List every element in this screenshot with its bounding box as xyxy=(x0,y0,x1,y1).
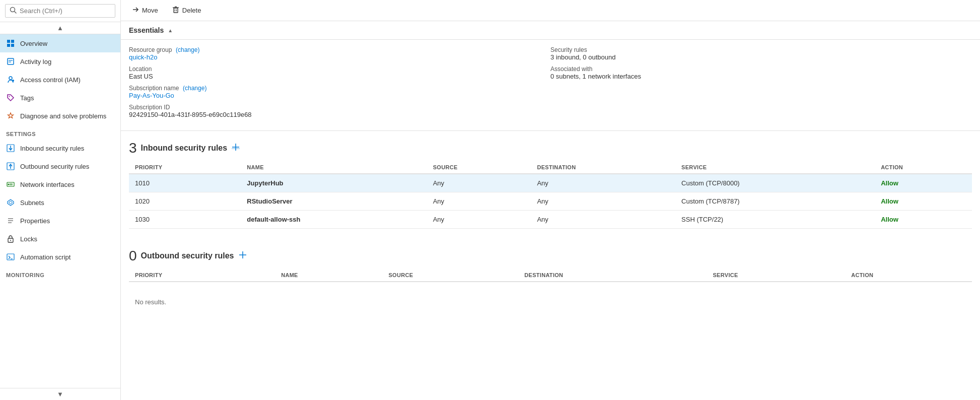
table-row[interactable]: 1010 JupyterHub Any Any Custom (TCP/8000… xyxy=(129,174,972,192)
resource-group-label: Resource group xyxy=(129,46,172,53)
search-wrapper xyxy=(5,4,115,18)
inbound-col-source: SOURCE xyxy=(427,161,531,174)
sidebar: ▲ Overview Act xyxy=(0,0,121,400)
svg-rect-31 xyxy=(174,8,178,13)
move-button[interactable]: Move xyxy=(129,4,161,17)
resource-group-row: Resource group (change) quick-h2o xyxy=(129,46,550,61)
service-cell: Custom (TCP/8000) xyxy=(675,174,875,192)
table-row[interactable]: 1030 default-allow-ssh Any Any SSH (TCP/… xyxy=(129,211,972,229)
svg-rect-3 xyxy=(11,40,14,43)
sidebar-item-diagnose[interactable]: Diagnose and solve problems xyxy=(0,107,120,125)
sidebar-item-locks[interactable]: Locks xyxy=(0,230,120,248)
outbound-table: PRIORITY NAME SOURCE DESTINATION SERVICE… xyxy=(129,269,972,282)
properties-icon xyxy=(6,216,15,225)
svg-rect-2 xyxy=(7,40,10,43)
resource-group-value[interactable]: quick-h2o xyxy=(129,53,157,61)
sidebar-item-tags[interactable]: Tags xyxy=(0,89,120,107)
search-input[interactable] xyxy=(20,7,111,15)
outbound-count: 0 xyxy=(129,249,137,263)
sidebar-item-outbound[interactable]: Outbound security rules xyxy=(0,157,120,175)
outbound-table-header: PRIORITY NAME SOURCE DESTINATION SERVICE… xyxy=(129,269,972,282)
svg-point-27 xyxy=(10,240,11,241)
sidebar-nav: Overview Activity log Acce xyxy=(0,34,120,388)
locks-icon xyxy=(6,234,15,243)
table-row[interactable]: 1020 RStudioServer Any Any Custom (TCP/8… xyxy=(129,192,972,211)
subscription-name-row: Subscription name (change) Pay-As-You-Go xyxy=(129,84,550,99)
resource-group-change-link[interactable]: (change) xyxy=(176,46,199,53)
delete-label: Delete xyxy=(182,7,201,14)
delete-button[interactable]: Delete xyxy=(169,4,204,17)
sidebar-item-inbound[interactable]: Inbound security rules xyxy=(0,139,120,157)
sidebar-item-overview[interactable]: Overview xyxy=(0,34,120,52)
sidebar-inbound-label: Inbound security rules xyxy=(20,145,84,152)
chevron-down-icon: ▼ xyxy=(57,390,63,398)
search-bar xyxy=(0,0,120,22)
associated-with-label: Associated with xyxy=(550,65,592,73)
outbound-col-name: NAME xyxy=(275,269,382,282)
inbound-add-icon[interactable] xyxy=(231,143,240,154)
sidebar-automation-label: Automation script xyxy=(20,253,71,261)
activity-log-icon xyxy=(6,57,15,66)
subscription-name-label: Subscription name xyxy=(129,85,179,92)
action-cell: Allow xyxy=(875,192,972,211)
sidebar-diagnose-label: Diagnose and solve problems xyxy=(20,112,106,120)
action-cell: Allow xyxy=(875,174,972,192)
name-cell: JupyterHub xyxy=(241,174,427,192)
subscription-name-change-link[interactable]: (change) xyxy=(183,85,206,92)
scroll-up-arrow[interactable]: ▲ xyxy=(0,22,120,34)
sidebar-tags-label: Tags xyxy=(20,94,34,102)
inbound-count: 3 xyxy=(129,141,137,155)
essentials-col-left: Resource group (change) quick-h2o Locati… xyxy=(129,46,550,122)
essentials-body: Resource group (change) quick-h2o Locati… xyxy=(121,40,980,131)
location-row: Location East US xyxy=(129,65,550,80)
sidebar-subnets-label: Subnets xyxy=(20,199,44,207)
sidebar-item-properties[interactable]: Properties xyxy=(0,212,120,230)
sidebar-overview-label: Overview xyxy=(20,40,47,47)
subscription-id-row: Subscription ID 92429150-401a-431f-8955-… xyxy=(129,103,550,118)
sidebar-item-activity-log[interactable]: Activity log xyxy=(0,52,120,71)
svg-rect-38 xyxy=(232,148,240,149)
source-cell: Any xyxy=(427,192,531,211)
inbound-icon xyxy=(6,144,15,153)
destination-cell: Any xyxy=(531,174,675,192)
sidebar-item-access-control[interactable]: Access control (IAM) xyxy=(0,71,120,89)
toolbar: Move Delete xyxy=(121,0,980,21)
destination-cell: Any xyxy=(531,192,675,211)
sidebar-item-subnets[interactable]: Subnets xyxy=(0,193,120,212)
security-rules-label: Security rules xyxy=(550,46,587,53)
inbound-col-service: SERVICE xyxy=(675,161,875,174)
scroll-down-arrow[interactable]: ▼ xyxy=(0,388,120,400)
svg-marker-21 xyxy=(8,199,14,206)
svg-rect-5 xyxy=(11,44,14,47)
svg-point-11 xyxy=(9,96,10,97)
destination-cell: Any xyxy=(531,211,675,229)
location-value: East US xyxy=(129,73,153,80)
associated-with-row: Associated with 0 subnets, 1 network int… xyxy=(550,65,972,80)
subscription-id-value: 92429150-401a-431f-8955-e69c0c119e68 xyxy=(129,111,252,118)
access-control-icon xyxy=(6,75,15,84)
outbound-col-service: SERVICE xyxy=(707,269,845,282)
monitoring-section-label: MONITORING xyxy=(0,266,120,280)
inbound-col-destination: DESTINATION xyxy=(531,161,675,174)
outbound-col-action: ACTION xyxy=(845,269,972,282)
sidebar-item-network-interfaces[interactable]: Network interfaces xyxy=(0,175,120,193)
subscription-name-value[interactable]: Pay-As-You-Go xyxy=(129,92,174,99)
outbound-title: Outbound security rules xyxy=(141,251,234,260)
inbound-table-header: PRIORITY NAME SOURCE DESTINATION SERVICE… xyxy=(129,161,972,174)
inbound-section: 3 Inbound security rules PRIORITY NAME S… xyxy=(121,131,980,229)
diagnose-icon xyxy=(6,111,15,120)
outbound-add-icon[interactable] xyxy=(238,250,247,261)
essentials-title: Essentials xyxy=(129,26,164,34)
inbound-col-name: NAME xyxy=(241,161,427,174)
priority-cell: 1020 xyxy=(129,192,241,211)
sidebar-item-automation[interactable]: Automation script xyxy=(0,248,120,266)
service-cell: SSH (TCP/22) xyxy=(675,211,875,229)
essentials-chevron-up-icon[interactable]: ▲ xyxy=(168,28,173,33)
inbound-col-action: ACTION xyxy=(875,161,972,174)
service-cell: Custom (TCP/8787) xyxy=(675,192,875,211)
sidebar-activity-label: Activity log xyxy=(20,58,51,65)
chevron-up-icon: ▲ xyxy=(57,24,63,32)
search-icon xyxy=(10,7,17,15)
subscription-id-label: Subscription ID xyxy=(129,104,170,111)
priority-cell: 1030 xyxy=(129,211,241,229)
